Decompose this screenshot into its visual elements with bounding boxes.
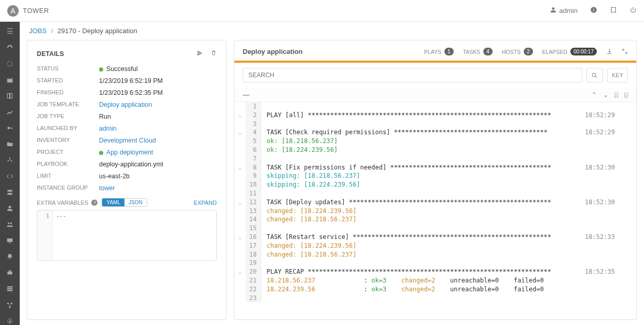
toggle-yaml[interactable]: YAML [102,199,124,206]
nav-jobs-icon[interactable] [6,60,13,67]
line-text [261,224,636,233]
extra-vars-row: EXTRA VARIABLES ? YAML JSON EXPAND [37,198,217,207]
output-line[interactable]: ⌄20PLAY RECAP **************************… [234,267,636,276]
nav-inventories-icon[interactable] [6,156,13,164]
user-menu[interactable]: admin [550,7,578,15]
nav-projects-icon[interactable] [6,140,13,148]
line-chevron-icon[interactable]: ⌄ [234,111,246,120]
svg-rect-14 [7,190,12,192]
output-line[interactable]: 14changed: [18.218.56.237] [234,215,636,224]
output-line[interactable]: ⌄8TASK [Fix permissions if needed] *****… [234,163,636,172]
svg-rect-7 [10,93,12,98]
search-input[interactable] [243,68,582,82]
output-line[interactable]: 2218.224.239.56 : ok=3 changed=2 unreach… [234,285,636,294]
brand-logo: A [7,5,19,17]
nav-instances-icon[interactable] [6,285,13,293]
line-chevron-icon[interactable]: ⌄ [234,267,246,276]
line-chevron-icon [234,154,246,163]
breadcrumb-current: 29170 - Deploy application [58,27,137,35]
up-icon[interactable]: ⌃ [592,91,597,98]
status-dot [99,67,103,72]
output-line[interactable]: 18changed: [18.218.56.237] [234,250,636,259]
output-line[interactable]: ⌄4TASK [Check required permissions] ****… [234,128,636,137]
jobtemplate-link[interactable]: Deploy application [99,101,152,108]
nav-notifications-icon[interactable] [6,253,13,261]
bottom-icon[interactable]: ⍌ [624,91,628,98]
svg-point-17 [10,222,12,224]
output-line[interactable]: ⌄16TASK [Restart service] **************… [234,233,636,242]
expand-icon[interactable] [622,48,628,55]
nav-templates-icon[interactable] [6,108,13,116]
limit-value: us-east-2b [99,173,217,180]
nav-schedules-icon[interactable] [6,76,13,83]
extra-vars-editor[interactable]: 1 --- [37,210,217,261]
line-text: TASK [Deploy updates] ******************… [261,198,636,207]
collapse-all-icon[interactable]: — [243,91,249,98]
relaunch-icon[interactable] [197,50,203,58]
line-chevron-icon[interactable]: ⌄ [234,128,246,137]
nav-network-icon[interactable] [6,301,13,309]
line-number: 1 [246,102,261,111]
output-line[interactable]: 5ok: [18.218.56.237] [234,137,636,146]
output-line[interactable]: 1 [234,102,636,111]
line-text: changed: [18.218.56.237] [261,215,636,224]
line-number: 19 [246,259,261,267]
output-line[interactable]: 23 [234,294,636,303]
nav-users-icon[interactable] [7,205,13,213]
inventory-link[interactable]: Development Cloud [99,137,156,144]
line-text: PLAY RECAP *****************************… [261,267,636,276]
svg-rect-19 [9,243,11,243]
nav-server-icon[interactable] [6,189,13,196]
breadcrumb-root[interactable]: JOBS [29,27,47,35]
nav-scripts-icon[interactable] [6,173,13,180]
search-button[interactable] [586,68,603,82]
nav-menu-icon[interactable]: ☰ [7,27,13,35]
output-line[interactable]: ⌄12TASK [Deploy updates] ***************… [234,198,636,207]
project-link[interactable]: App deployment [106,149,153,156]
top-icon[interactable]: ⍓ [614,91,618,98]
nav-teams-icon[interactable] [6,221,13,229]
docs-icon[interactable] [610,6,617,15]
output-line[interactable]: 11 [234,189,636,198]
output-line[interactable]: 17changed: [18.224.239.56] [234,242,636,250]
down-icon[interactable]: ⌄ [603,91,608,98]
editor-gutter: 1 [37,210,53,260]
line-chevron-icon[interactable]: ⌄ [234,198,246,207]
output-line[interactable]: 9skipping: [18.218.56.237] [234,172,636,180]
power-icon[interactable] [629,6,637,15]
line-chevron-icon[interactable]: ⌄ [234,163,246,172]
details-title: DETAILS [37,50,64,58]
output-body[interactable]: 1⌄2PLAY [all] **************************… [234,102,636,319]
toggle-json[interactable]: JSON [124,199,147,206]
download-icon[interactable] [606,48,612,55]
svg-rect-2 [593,8,594,9]
info-icon[interactable] [590,6,597,15]
output-line[interactable]: 2118.218.56.237 : ok=3 changed=2 unreach… [234,276,636,285]
key-button[interactable]: KEY [607,68,628,82]
output-line[interactable]: 15 [234,224,636,233]
line-chevron-icon[interactable]: ⌄ [234,233,246,242]
output-line[interactable]: 6ok: [18.224.239.56] [234,146,636,154]
output-line[interactable]: 13changed: [18.224.239.56] [234,207,636,216]
nav-credentials-icon[interactable] [6,124,13,132]
nav-portal-icon[interactable] [6,92,13,100]
instancegroup-link[interactable]: tower [99,185,115,192]
nav-display-icon[interactable] [6,237,13,245]
help-icon[interactable]: ? [91,200,97,206]
status-value: Successful [99,65,217,73]
output-line[interactable]: 7 [234,154,636,163]
nav-dashboard-icon[interactable] [6,44,13,51]
output-line[interactable]: 10skipping: [18.224.239.56] [234,180,636,189]
launchedby-link[interactable]: admin [99,125,117,132]
output-line[interactable]: ⌄2PLAY [all] ***************************… [234,111,636,120]
expand-button[interactable]: EXPAND [194,200,217,206]
nav-management-icon[interactable] [6,269,13,277]
stat-elapsed: ELAPSED00:00:17 [542,48,597,55]
output-line[interactable]: 19 [234,259,636,267]
output-line[interactable]: 3 [234,120,636,129]
topbar: A TOWER admin [0,0,644,22]
delete-icon[interactable] [211,50,217,58]
line-number: 8 [246,163,261,172]
nav-settings-icon[interactable] [6,317,13,325]
project-value: App deployment [99,149,217,156]
